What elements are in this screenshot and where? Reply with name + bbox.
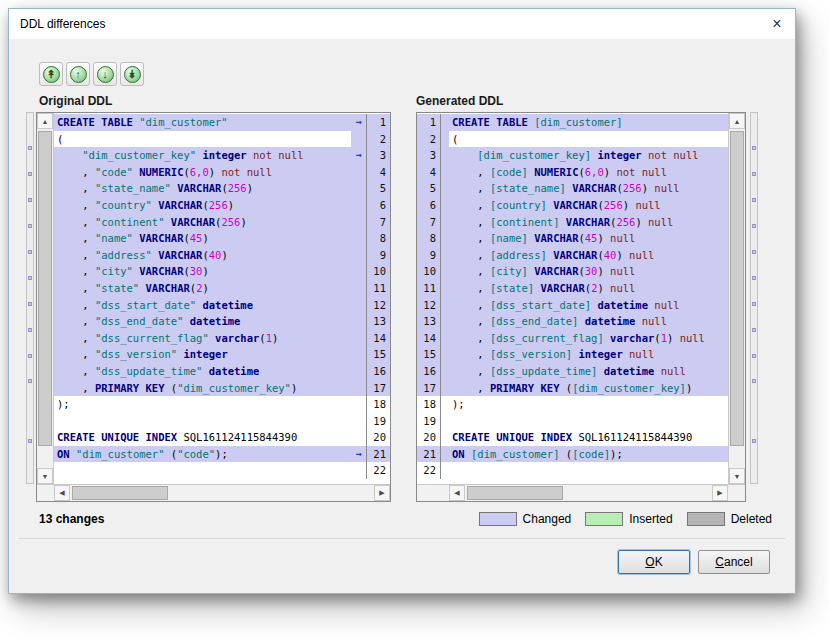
original-vertical-scrollbar[interactable]: ▲ ▼ xyxy=(37,113,54,484)
code-line[interactable]: , "state" VARCHAR(2)11 xyxy=(54,280,390,297)
code-line[interactable]: 22 xyxy=(417,462,728,479)
scroll-up-button[interactable]: ▲ xyxy=(729,113,745,129)
code-line[interactable]: 2( xyxy=(417,131,728,148)
code-line[interactable]: , "code" NUMERIC(6,0) not null4 xyxy=(54,164,390,181)
close-icon[interactable]: × xyxy=(759,9,795,39)
diff-overview-ruler-right[interactable] xyxy=(750,112,758,484)
code-line[interactable]: 13 , [dss_end_date] datetime null xyxy=(417,313,728,330)
code-line[interactable]: , "country" VARCHAR(256)6 xyxy=(54,197,390,214)
code-line[interactable]: 17 , PRIMARY KEY ([dim_customer_key]) xyxy=(417,380,728,397)
scrollbar-thumb[interactable] xyxy=(730,131,744,446)
code-line[interactable]: , "name" VARCHAR(45)8 xyxy=(54,230,390,247)
scrollbar-thumb[interactable] xyxy=(467,486,563,500)
scrollbar-thumb[interactable] xyxy=(38,131,52,446)
diff-ruler-mark[interactable] xyxy=(752,224,756,228)
diff-ruler-mark[interactable] xyxy=(752,276,756,280)
scroll-down-button[interactable]: ▼ xyxy=(37,468,53,484)
code-line[interactable]: , "dss_version" integer15 xyxy=(54,346,390,363)
code-line[interactable]: 5 , [state_name] VARCHAR(256) null xyxy=(417,180,728,197)
code-line[interactable]: 8 , [name] VARCHAR(45) null xyxy=(417,230,728,247)
code-line[interactable]: 16 , [dss_update_time] datetime null xyxy=(417,363,728,380)
code-line[interactable]: 10 , [city] VARCHAR(30) null xyxy=(417,263,728,280)
diff-ruler-mark[interactable] xyxy=(752,250,756,254)
original-ddl-editor[interactable]: CREATE TABLE "dim_customer"→1(2 "dim_cus… xyxy=(54,113,390,484)
scroll-right-button[interactable]: ▶ xyxy=(374,485,390,501)
scrollbar-track[interactable] xyxy=(465,485,712,501)
code-line[interactable]: CREATE TABLE "dim_customer"→1 xyxy=(54,114,390,131)
next-change-button[interactable]: ↓ xyxy=(93,62,117,86)
diff-ruler-mark[interactable] xyxy=(28,198,32,202)
diff-ruler-mark[interactable] xyxy=(28,379,32,383)
diff-ruler-mark[interactable] xyxy=(752,328,756,332)
scroll-left-button[interactable]: ◀ xyxy=(54,485,70,501)
code-line[interactable]: 19 xyxy=(54,413,390,430)
last-change-button[interactable]: ↡ xyxy=(120,62,144,86)
code-line[interactable]: 12 , [dss_start_date] datetime null xyxy=(417,297,728,314)
code-line[interactable]: 4 , [code] NUMERIC(6,0) not null xyxy=(417,164,728,181)
code-line[interactable]: 11 , [state] VARCHAR(2) null xyxy=(417,280,728,297)
diff-ruler-mark[interactable] xyxy=(28,328,32,332)
code-line[interactable]: 21ON [dim_customer] ([code]); xyxy=(417,446,728,463)
diff-ruler-mark[interactable] xyxy=(28,172,32,176)
line-number: 3 xyxy=(366,147,390,164)
code-line[interactable]: , "continent" VARCHAR(256)7 xyxy=(54,214,390,231)
code-line[interactable]: CREATE UNIQUE INDEX SQL16112411584439020 xyxy=(54,429,390,446)
first-change-button[interactable]: ↟ xyxy=(39,62,63,86)
diff-ruler-mark[interactable] xyxy=(752,439,756,443)
previous-change-button[interactable]: ↑ xyxy=(66,62,90,86)
code-line[interactable]: 7 , [continent] VARCHAR(256) null xyxy=(417,214,728,231)
diff-ruler-mark[interactable] xyxy=(752,172,756,176)
code-line[interactable]: , "dss_end_date" datetime13 xyxy=(54,313,390,330)
code-line[interactable]: , PRIMARY KEY ("dim_customer_key")17 xyxy=(54,380,390,397)
original-horizontal-scrollbar[interactable]: ◀ ▶ xyxy=(54,485,390,501)
code-line[interactable]: 6 , [country] VARCHAR(256) null xyxy=(417,197,728,214)
diff-ruler-mark[interactable] xyxy=(28,354,32,358)
code-line[interactable]: , "city" VARCHAR(30)10 xyxy=(54,263,390,280)
code-line[interactable]: , "state_name" VARCHAR(256)5 xyxy=(54,180,390,197)
scroll-left-button[interactable]: ◀ xyxy=(449,485,465,501)
code-line[interactable]: , "dss_start_date" datetime12 xyxy=(54,297,390,314)
code-line[interactable]: 1CREATE TABLE [dim_customer] xyxy=(417,114,728,131)
diff-overview-ruler-left[interactable] xyxy=(26,112,34,484)
diff-ruler-mark[interactable] xyxy=(28,439,32,443)
code-line[interactable]: 14 , [dss_current_flag] varchar(1) null xyxy=(417,330,728,347)
generated-horizontal-scrollbar[interactable]: ◀ ▶ xyxy=(449,485,728,501)
scroll-down-button[interactable]: ▼ xyxy=(729,468,745,484)
code-line[interactable]: 19 xyxy=(417,413,728,430)
diff-ruler-mark[interactable] xyxy=(752,379,756,383)
scroll-up-button[interactable]: ▲ xyxy=(37,113,53,129)
code-line[interactable]: );18 xyxy=(54,396,390,413)
diff-ruler-mark[interactable] xyxy=(752,146,756,150)
diff-ruler-mark[interactable] xyxy=(28,146,32,150)
diff-ruler-mark[interactable] xyxy=(28,302,32,306)
code-line[interactable]: , "dss_update_time" datetime16 xyxy=(54,363,390,380)
diff-ruler-mark[interactable] xyxy=(28,250,32,254)
scrollbar-track[interactable] xyxy=(37,129,53,468)
generated-vertical-scrollbar[interactable]: ▲ ▼ xyxy=(728,113,745,484)
diff-ruler-mark[interactable] xyxy=(752,302,756,306)
diff-ruler-mark[interactable] xyxy=(752,354,756,358)
titlebar[interactable]: DDL differences × xyxy=(9,9,795,39)
scrollbar-track[interactable] xyxy=(729,129,745,468)
code-line[interactable]: , "dss_current_flag" varchar(1)14 xyxy=(54,330,390,347)
code-line[interactable]: "dim_customer_key" integer not null→3 xyxy=(54,147,390,164)
cancel-button[interactable]: Cancel xyxy=(698,550,770,574)
code-line[interactable]: 15 , [dss_version] integer null xyxy=(417,346,728,363)
generated-ddl-editor[interactable]: 1CREATE TABLE [dim_customer]2(3 [dim_cus… xyxy=(417,113,728,484)
diff-ruler-mark[interactable] xyxy=(28,224,32,228)
scrollbar-thumb[interactable] xyxy=(72,486,168,500)
code-line[interactable]: , "address" VARCHAR(40)9 xyxy=(54,247,390,264)
line-number: 13 xyxy=(366,313,390,330)
code-line[interactable]: 3 [dim_customer_key] integer not null xyxy=(417,147,728,164)
scroll-right-button[interactable]: ▶ xyxy=(712,485,728,501)
ok-button[interactable]: OK xyxy=(618,550,690,574)
diff-ruler-mark[interactable] xyxy=(28,276,32,280)
code-line[interactable]: 18); xyxy=(417,396,728,413)
code-line[interactable]: 22 xyxy=(54,462,390,479)
diff-ruler-mark[interactable] xyxy=(752,198,756,202)
code-line[interactable]: ON "dim_customer" ("code");→21 xyxy=(54,446,390,463)
scrollbar-track[interactable] xyxy=(70,485,374,501)
code-line[interactable]: 9 , [address] VARCHAR(40) null xyxy=(417,247,728,264)
code-line[interactable]: (2 xyxy=(54,131,390,148)
code-line[interactable]: 20CREATE UNIQUE INDEX SQL161124115844390 xyxy=(417,429,728,446)
